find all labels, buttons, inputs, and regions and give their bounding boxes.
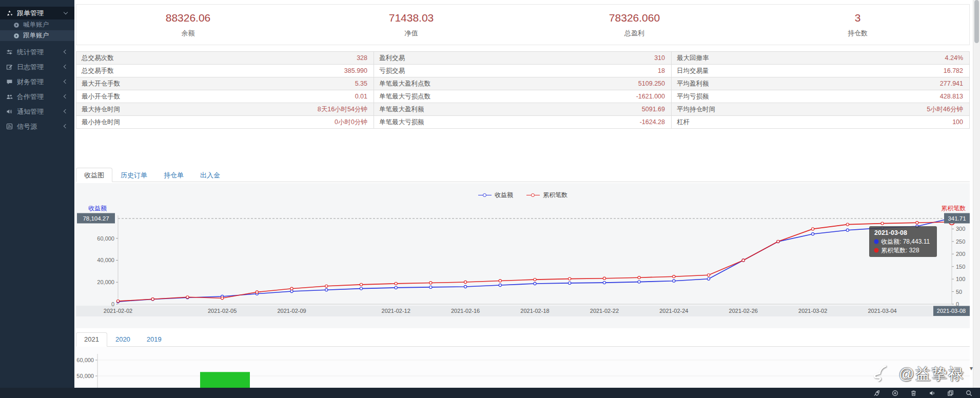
data-point[interactable] xyxy=(256,291,258,293)
right-tick-label: 200 xyxy=(956,251,965,257)
metric-value: 5109.250 xyxy=(638,80,671,87)
x-tick-label: 2021-02-12 xyxy=(382,308,410,314)
sidebar-item-signal-account[interactable]: 喊单账户 xyxy=(0,19,74,30)
data-point[interactable] xyxy=(812,233,814,235)
profit-chart-panel: 收益额 累积笔数 收益额累积笔数020,00040,00060,00005010… xyxy=(76,183,970,328)
data-point[interactable] xyxy=(290,287,293,290)
sidebar-item-label: 合作管理 xyxy=(17,92,44,102)
circle-arrow-icon xyxy=(13,22,19,28)
x-tick-label: 2021-02-26 xyxy=(729,308,758,314)
tab-open-orders[interactable]: 持仓单 xyxy=(155,168,192,182)
metric-label: 单笔最大盈利额 xyxy=(374,105,424,114)
metric-label: 最大回撤率 xyxy=(672,54,709,63)
sidebar-item-label: 日志管理 xyxy=(17,63,44,72)
data-point[interactable] xyxy=(429,286,432,288)
series-line-1[interactable] xyxy=(118,222,952,301)
x-tick-label: 2021-02-16 xyxy=(451,308,480,314)
scrollbar-thumb[interactable] xyxy=(974,0,979,43)
stat-value: 78326.060 xyxy=(523,12,746,24)
tab-year-2021[interactable]: 2021 xyxy=(76,332,107,347)
data-point[interactable] xyxy=(569,277,571,280)
data-point[interactable] xyxy=(742,259,744,262)
data-point[interactable] xyxy=(673,280,675,282)
windows-icon[interactable] xyxy=(947,389,954,397)
sidebar-item-cooperation[interactable]: 合作管理 xyxy=(0,89,74,104)
data-point[interactable] xyxy=(638,276,640,279)
search-icon[interactable] xyxy=(965,389,973,397)
sidebar-item-label: 喊单账户 xyxy=(23,21,49,29)
yearly-bar-chart[interactable]: 60,00050,000 xyxy=(76,347,970,388)
sliders-icon xyxy=(6,49,13,55)
metric-label: 平均持仓时间 xyxy=(672,105,715,114)
table-row: 最大开仓手数5.35 单笔最大盈利点数5109.250 平均盈利额277.941 xyxy=(76,77,969,90)
tab-year-2020[interactable]: 2020 xyxy=(107,332,139,347)
volume-icon[interactable] xyxy=(928,389,936,397)
sidebar-item-follow-management[interactable]: 跟单管理 xyxy=(0,7,74,19)
data-point[interactable] xyxy=(638,281,640,283)
metric-label: 单笔最大盈利点数 xyxy=(374,79,430,88)
data-point[interactable] xyxy=(846,229,849,231)
chevron-left-icon xyxy=(64,65,68,69)
data-point[interactable] xyxy=(707,274,710,276)
data-point[interactable] xyxy=(395,286,397,289)
legend-item-count[interactable]: 累积笔数 xyxy=(526,191,567,200)
data-point[interactable] xyxy=(325,285,328,287)
data-point[interactable] xyxy=(846,223,849,226)
data-point[interactable] xyxy=(777,240,779,243)
data-point[interactable] xyxy=(221,297,224,300)
data-point[interactable] xyxy=(603,282,605,284)
x-tick-label: 2021-03-02 xyxy=(798,308,827,314)
data-point[interactable] xyxy=(464,281,466,283)
rocket-icon[interactable] xyxy=(873,389,880,397)
metric-value: 5091.69 xyxy=(642,106,671,113)
metric-label: 总交易次数 xyxy=(76,54,114,63)
profit-line-chart[interactable]: 收益额累积笔数020,00040,00060,00005010015020025… xyxy=(76,203,970,321)
tab-year-2019[interactable]: 2019 xyxy=(139,332,170,347)
table-row: 总交易次数328 盈利交易310 最大回撤率4.24% xyxy=(76,52,969,65)
sidebar-item-finance[interactable]: 财务管理 xyxy=(0,74,74,89)
data-point[interactable] xyxy=(603,277,605,280)
metric-label: 最大开仓手数 xyxy=(76,79,120,88)
data-point[interactable] xyxy=(360,287,362,290)
sidebar-item-signal-source[interactable]: 信号源 xyxy=(0,119,74,134)
metric-label: 杠杆 xyxy=(672,118,690,127)
sidebar-item-notifications[interactable]: 通知管理 xyxy=(0,104,74,119)
bar[interactable] xyxy=(200,372,250,388)
compass-plus-icon[interactable] xyxy=(891,389,899,397)
data-point[interactable] xyxy=(534,278,536,281)
data-point[interactable] xyxy=(395,282,397,285)
sidebar-item-logs[interactable]: 日志管理 xyxy=(0,59,74,74)
data-point[interactable] xyxy=(464,285,466,288)
tab-deposits-withdrawals[interactable]: 出入金 xyxy=(192,168,228,182)
trash-icon[interactable] xyxy=(910,389,917,397)
data-point[interactable] xyxy=(812,228,814,230)
tab-profit-chart[interactable]: 收益图 xyxy=(76,168,112,182)
tab-history-orders[interactable]: 历史订单 xyxy=(112,168,155,182)
sidebar-item-statistics[interactable]: 统计管理 xyxy=(0,45,74,59)
legend-item-profit[interactable]: 收益额 xyxy=(478,191,513,200)
data-point[interactable] xyxy=(569,282,571,284)
data-point[interactable] xyxy=(151,298,154,301)
data-point[interactable] xyxy=(707,277,710,280)
data-point[interactable] xyxy=(916,222,918,224)
data-point[interactable] xyxy=(881,222,884,225)
series-line-0[interactable] xyxy=(118,218,952,302)
sidebar-item-follow-account[interactable]: 跟单账户 xyxy=(0,30,74,41)
stat-value: 71438.03 xyxy=(300,12,523,24)
data-point[interactable] xyxy=(290,290,293,292)
vertical-scrollbar[interactable] xyxy=(973,0,980,388)
speaker-icon xyxy=(6,108,13,115)
stat-total-profit: 78326.060 总盈利 xyxy=(523,12,746,38)
stat-label: 总盈利 xyxy=(523,29,746,38)
data-point[interactable] xyxy=(534,282,536,285)
data-point[interactable] xyxy=(673,275,675,278)
data-point[interactable] xyxy=(499,280,501,282)
metric-value: 428.813 xyxy=(940,93,969,100)
data-point[interactable] xyxy=(429,282,432,284)
data-point[interactable] xyxy=(186,296,189,298)
edit-icon xyxy=(6,64,13,70)
data-point[interactable] xyxy=(499,284,501,286)
data-point[interactable] xyxy=(116,300,119,303)
data-point[interactable] xyxy=(360,283,362,286)
data-point[interactable] xyxy=(325,289,328,291)
